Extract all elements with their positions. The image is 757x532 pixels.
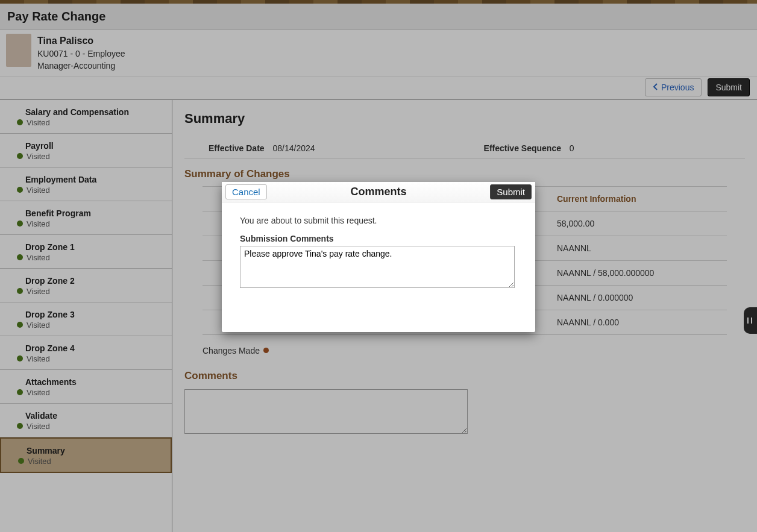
submission-comments-textarea[interactable] [240, 246, 515, 288]
modal-message: You are about to submit this request. [240, 216, 517, 225]
submission-comments-label: Submission Comments [240, 234, 517, 243]
drag-handle-icon: II [747, 316, 754, 325]
comments-modal: Cancel Comments Submit You are about to … [222, 182, 535, 332]
modal-submit-button[interactable]: Submit [490, 184, 532, 199]
modal-cancel-button[interactable]: Cancel [225, 184, 267, 199]
modal-title: Comments [222, 186, 535, 198]
side-drawer-handle[interactable]: II [744, 307, 757, 334]
